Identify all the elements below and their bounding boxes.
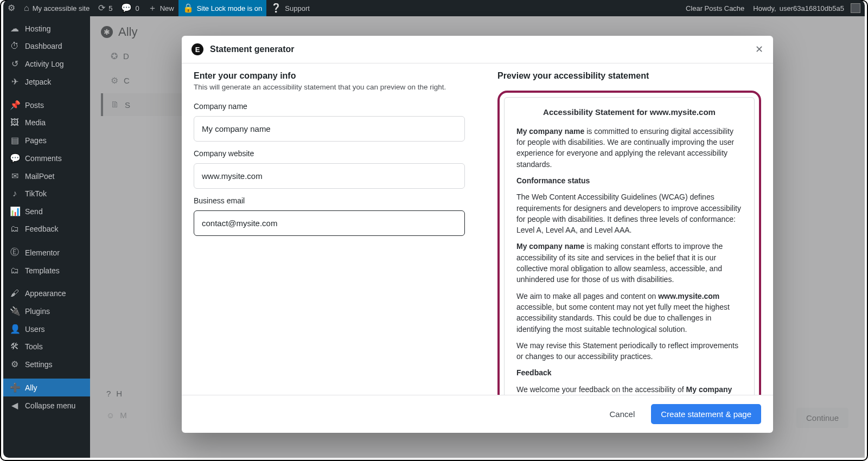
menu-separator: [3, 91, 90, 96]
sidebar-item-icon: 🖌: [10, 289, 20, 298]
sidebar-item-label: Templates: [25, 266, 60, 275]
sidebar-item-label: Plugins: [25, 307, 50, 316]
adminbar-item[interactable]: ⟳5: [94, 0, 117, 16]
adminbar-item-icon: ⚙: [8, 4, 15, 12]
form-heading: Enter your company info: [194, 71, 465, 81]
preview-title-prefix: Accessibility Statement for: [543, 107, 650, 117]
sidebar-item-appearance[interactable]: 🖌Appearance: [3, 285, 90, 302]
howdy-prefix: Howdy,: [753, 4, 776, 12]
sidebar-item-icon: ♪: [10, 189, 20, 199]
preview-feedback-paragraph: We welcome your feedback on the accessib…: [516, 384, 742, 395]
adminbar-item[interactable]: 💬0: [117, 0, 143, 16]
sidebar-item-hosting[interactable]: ☁Hosting: [3, 20, 90, 37]
sidebar-item-icon: 🔌: [10, 306, 20, 316]
sidebar-item-settings[interactable]: ⚙Settings: [3, 355, 90, 373]
adminbar-item-icon: ❔: [271, 4, 282, 12]
menu-separator: [3, 238, 90, 243]
preview-feedback-heading: Feedback: [516, 367, 742, 378]
preview-fb-a: We welcome your feedback on the accessib…: [516, 385, 686, 394]
adminbar-item[interactable]: ＋New: [144, 0, 178, 16]
sidebar-item-label: Send: [25, 207, 43, 216]
sidebar-item-label: Ally: [25, 383, 37, 392]
preview-conformance-paragraph: The Web Content Accessibility Guidelines…: [516, 191, 742, 235]
preview-site-strong: www.mysite.com: [658, 292, 719, 300]
sidebar-item-mailpoet[interactable]: ✉MailPoet: [3, 167, 90, 185]
modal-title: Statement generator: [210, 44, 295, 54]
sidebar-item-label: MailPoet: [25, 172, 54, 181]
sidebar-item-icon: Ⓔ: [10, 247, 20, 258]
form-column: Enter your company info This will genera…: [194, 71, 465, 389]
sidebar-item-plugins[interactable]: 🔌Plugins: [3, 302, 90, 320]
sidebar-item-collapse-menu[interactable]: ◀Collapse menu: [3, 396, 90, 414]
sidebar-item-comments[interactable]: 💬Comments: [3, 149, 90, 167]
adminbar-item-icon: ⌂: [24, 4, 29, 12]
sidebar-item-media[interactable]: 🖼Media: [3, 114, 90, 131]
sidebar-item-label: Pages: [25, 136, 47, 145]
admin-bar: ⚙⌂My accessible site⟳5💬0＋New🔒Site Lock m…: [3, 0, 865, 16]
adminbar-item[interactable]: ⌂My accessible site: [20, 0, 94, 16]
sidebar-item-elementor[interactable]: ⒺElementor: [3, 243, 90, 262]
company-website-label: Company website: [194, 149, 465, 158]
sidebar-item-activity-log[interactable]: ↺Activity Log: [3, 55, 90, 73]
preview-efforts-paragraph: My company name is making constant effor…: [516, 241, 742, 285]
sidebar-item-icon: ▤: [10, 135, 20, 145]
sidebar-item-jetpack[interactable]: ✈Jetpack: [3, 73, 90, 91]
sidebar-item-send[interactable]: 📊Send: [3, 202, 90, 220]
menu-separator: [3, 373, 90, 379]
sidebar-item-ally[interactable]: ➕Ally: [3, 379, 90, 396]
sidebar-item-icon: ✈: [10, 76, 20, 87]
adminbar-item[interactable]: ⚙: [3, 0, 20, 16]
modal-header: E Statement generator ✕: [182, 36, 773, 63]
howdy-user[interactable]: Howdy, user63a16810db5a5: [749, 0, 865, 16]
sidebar-item-label: Users: [25, 325, 45, 334]
adminbar-item[interactable]: 🔒Site Lock mode is on: [178, 0, 267, 16]
sidebar-item-dashboard[interactable]: ⏱Dashboard: [3, 37, 90, 55]
company-name-input[interactable]: [194, 116, 465, 142]
sidebar-item-label: Feedback: [25, 225, 58, 233]
sidebar-item-label: Activity Log: [25, 60, 64, 68]
adminbar-item[interactable]: ❔Support: [266, 0, 314, 16]
close-button[interactable]: ✕: [755, 43, 763, 55]
admin-sidebar: ☁Hosting⏱Dashboard↺Activity Log✈Jetpack📌…: [3, 16, 90, 458]
sidebar-item-tools[interactable]: 🛠Tools: [3, 338, 90, 355]
form-subheading: This will generate an accessibility stat…: [194, 83, 465, 91]
sidebar-item-icon: 🗂: [10, 266, 20, 276]
adminbar-item-icon: ⟳: [98, 4, 105, 12]
preview-heading: Preview your accessibility statement: [497, 71, 761, 81]
cancel-button[interactable]: Cancel: [607, 405, 639, 423]
adminbar-item-label: 5: [108, 4, 112, 12]
preview-company-strong-2: My company name: [516, 242, 584, 251]
adminbar-item-label: My accessible site: [33, 4, 90, 12]
clear-cache-link[interactable]: Clear Posts Cache: [681, 0, 749, 16]
sidebar-item-icon: ◀: [10, 400, 20, 411]
sidebar-item-tiktok[interactable]: ♪TikTok: [3, 185, 90, 202]
sidebar-item-icon: 📊: [10, 206, 20, 216]
sidebar-item-templates[interactable]: 🗂Templates: [3, 262, 90, 279]
preview-company-strong: My company name: [516, 127, 584, 136]
company-name-label: Company name: [194, 102, 465, 111]
sidebar-item-icon: 🛠: [10, 342, 20, 351]
sidebar-item-icon: 💬: [10, 153, 20, 163]
sidebar-item-pages[interactable]: ▤Pages: [3, 131, 90, 149]
sidebar-item-label: Media: [25, 118, 46, 127]
preview-highlight-box: Accessibility Statement for www.mysite.c…: [497, 91, 761, 395]
sidebar-item-label: Comments: [25, 154, 62, 163]
sidebar-item-label: Posts: [25, 101, 44, 110]
sidebar-item-feedback[interactable]: 🗂Feedback: [3, 220, 90, 238]
sidebar-item-label: Tools: [25, 342, 43, 351]
preview-column: Preview your accessibility statement Acc…: [497, 71, 761, 389]
sidebar-item-label: Hosting: [25, 24, 50, 33]
sidebar-item-posts[interactable]: 📌Posts: [3, 96, 90, 114]
adminbar-item-icon: 🔒: [183, 4, 194, 12]
sidebar-item-label: Settings: [25, 360, 53, 369]
preview-aim-a: We aim to make all pages and content on: [516, 292, 658, 300]
clear-cache-label: Clear Posts Cache: [686, 4, 744, 12]
company-website-input[interactable]: [194, 163, 465, 189]
create-statement-button[interactable]: Create statement & page: [651, 404, 761, 424]
sidebar-item-users[interactable]: 👤Users: [3, 320, 90, 338]
preview-conformance-heading-text: Conformance status: [516, 176, 590, 185]
business-email-input[interactable]: [194, 210, 465, 236]
preview-commit-paragraph: My company name is committed to ensuring…: [516, 126, 742, 170]
modal-footer: Cancel Create statement & page: [182, 395, 773, 433]
sidebar-item-icon: ☁: [10, 23, 20, 34]
